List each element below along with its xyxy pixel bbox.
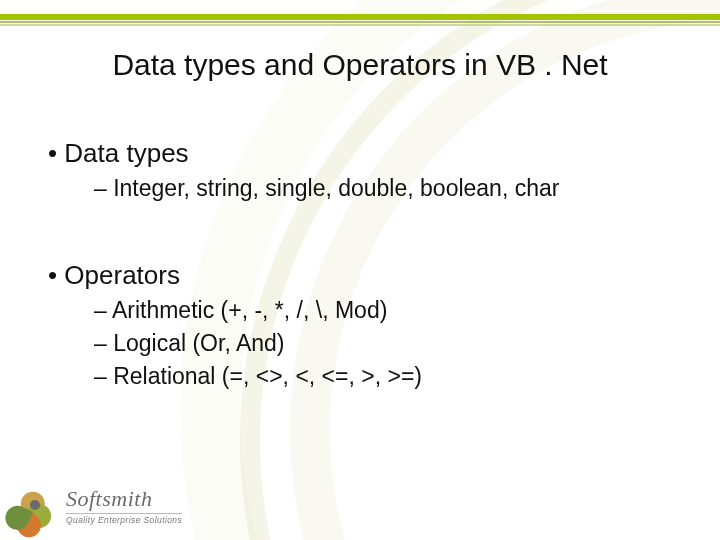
spacer [40,208,680,252]
logo-text: Softsmith Quality Enterprise Solutions [66,487,182,524]
subbullet-arithmetic: Arithmetic (+, -, *, /, \, Mod) [40,297,680,324]
top-accent-bar-thin [0,24,720,26]
bullet-operators: Operators [40,260,680,291]
slide-title: Data types and Operators in VB . Net [0,48,720,82]
logo-mark-icon [14,484,58,528]
slide-content: Data types Integer, string, single, doub… [40,130,680,396]
slide: Data types and Operators in VB . Net Dat… [0,0,720,540]
logo-tagline: Quality Enterprise Solutions [66,513,182,525]
subbullet-logical: Logical (Or, And) [40,330,680,357]
top-accent-bar [0,14,720,20]
subbullet-types-list: Integer, string, single, double, boolean… [40,175,680,202]
logo-brand-name: Softsmith [66,487,182,510]
brand-logo: Softsmith Quality Enterprise Solutions [14,484,182,528]
subbullet-relational: Relational (=, <>, <, <=, >, >=) [40,363,680,390]
bullet-data-types: Data types [40,138,680,169]
